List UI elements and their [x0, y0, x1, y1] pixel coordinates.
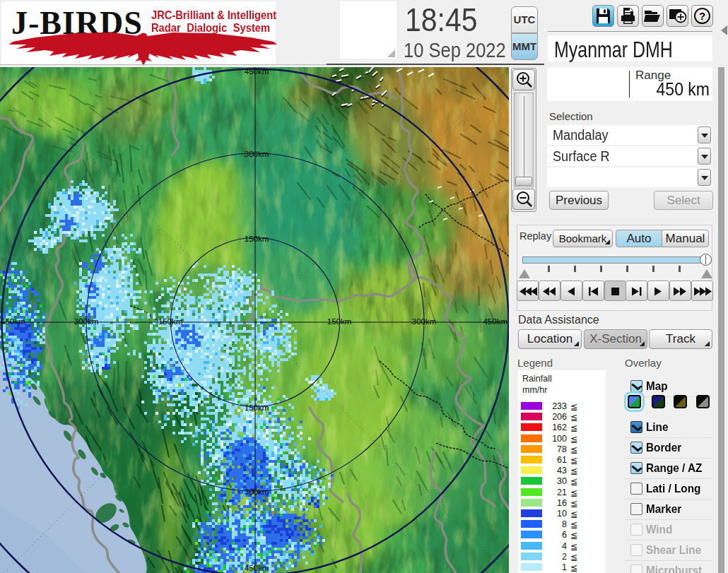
svg-text:150km: 150km — [158, 317, 183, 326]
svg-text:300km: 300km — [74, 317, 99, 326]
svg-text:450km: 450km — [1, 317, 25, 326]
svg-text:150km: 150km — [245, 403, 269, 412]
svg-text:300km: 300km — [412, 317, 437, 326]
svg-text:450km: 450km — [245, 67, 269, 76]
svg-text:300km: 300km — [245, 150, 269, 158]
svg-text:300km: 300km — [245, 488, 269, 496]
svg-text:150km: 150km — [245, 235, 269, 243]
svg-text:450km: 450km — [483, 317, 507, 326]
svg-text:450km: 450km — [245, 564, 269, 572]
svg-text:150km: 150km — [327, 317, 352, 326]
